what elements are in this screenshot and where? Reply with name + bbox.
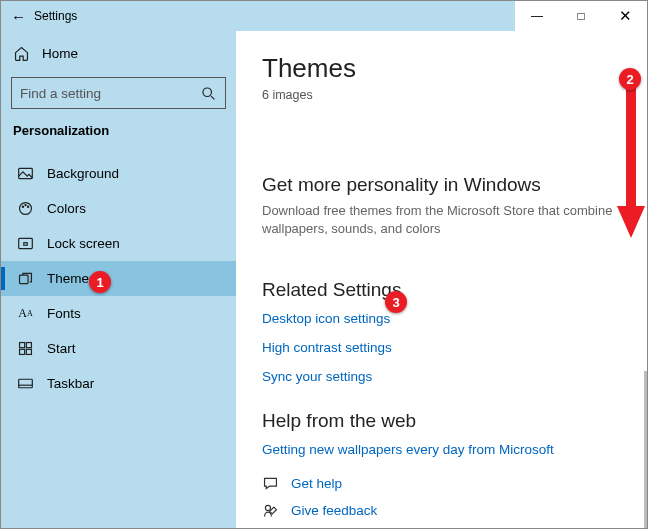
- svg-rect-10: [26, 343, 31, 348]
- svg-point-0: [203, 87, 212, 96]
- svg-point-14: [265, 505, 270, 510]
- get-help-row[interactable]: Get help: [262, 475, 621, 492]
- page-title: Themes: [262, 53, 621, 84]
- home-button[interactable]: Home: [11, 38, 226, 69]
- lock-icon: [17, 235, 34, 252]
- scrollbar[interactable]: [644, 371, 647, 528]
- annotation-badge-3: 3: [385, 291, 407, 313]
- give-feedback-row[interactable]: Give feedback: [262, 502, 621, 519]
- link-sync-settings[interactable]: Sync your settings: [262, 369, 621, 384]
- main-content: Themes 6 images Get more personality in …: [236, 31, 647, 528]
- svg-point-3: [22, 206, 23, 207]
- home-icon: [13, 45, 30, 62]
- get-help-label: Get help: [291, 476, 342, 491]
- chat-icon: [262, 475, 279, 492]
- search-input[interactable]: Find a setting: [11, 77, 226, 109]
- svg-rect-13: [19, 379, 33, 388]
- svg-point-4: [25, 205, 26, 206]
- more-heading: Get more personality in Windows: [262, 174, 621, 196]
- sidebar-item-label: Lock screen: [47, 236, 120, 251]
- minimize-button[interactable]: —: [515, 1, 559, 31]
- palette-icon: [17, 200, 34, 217]
- sidebar-item-lockscreen[interactable]: Lock screen: [1, 226, 236, 261]
- sidebar-item-colors[interactable]: Colors: [1, 191, 236, 226]
- link-help-wallpapers[interactable]: Getting new wallpapers every day from Mi…: [262, 442, 621, 457]
- svg-rect-12: [26, 349, 31, 354]
- svg-rect-9: [20, 343, 25, 348]
- feedback-icon: [262, 502, 279, 519]
- related-heading: Related Settings: [262, 279, 621, 301]
- svg-point-5: [27, 206, 28, 207]
- svg-rect-8: [20, 275, 29, 284]
- sidebar-item-themes[interactable]: Themes: [1, 261, 236, 296]
- category-heading: Personalization: [11, 123, 226, 138]
- window-title: Settings: [34, 9, 77, 23]
- help-heading: Help from the web: [262, 410, 621, 432]
- close-button[interactable]: ✕: [603, 1, 647, 31]
- picture-icon: [17, 165, 34, 182]
- link-high-contrast[interactable]: High contrast settings: [262, 340, 621, 355]
- svg-marker-16: [617, 206, 645, 238]
- sidebar-item-background[interactable]: Background: [1, 156, 236, 191]
- sidebar: Home Find a setting Personalization Back…: [1, 31, 236, 528]
- start-icon: [17, 340, 34, 357]
- sidebar-item-fonts[interactable]: AA Fonts: [1, 296, 236, 331]
- sidebar-item-start[interactable]: Start: [1, 331, 236, 366]
- titlebar: ← Settings — □ ✕: [1, 1, 647, 31]
- link-desktop-icon-settings[interactable]: Desktop icon settings: [262, 311, 621, 326]
- taskbar-icon: [17, 375, 34, 392]
- more-desc: Download free themes from the Microsoft …: [262, 202, 621, 237]
- sidebar-item-taskbar[interactable]: Taskbar: [1, 366, 236, 401]
- search-placeholder: Find a setting: [20, 86, 101, 101]
- back-icon: ←: [11, 8, 26, 25]
- themes-icon: [17, 270, 34, 287]
- sidebar-item-label: Start: [47, 341, 76, 356]
- sidebar-item-label: Background: [47, 166, 119, 181]
- sidebar-item-label: Colors: [47, 201, 86, 216]
- home-label: Home: [42, 46, 78, 61]
- annotation-badge-2: 2: [619, 68, 641, 90]
- sidebar-item-label: Taskbar: [47, 376, 94, 391]
- svg-rect-11: [20, 349, 25, 354]
- svg-rect-6: [19, 238, 33, 248]
- maximize-button[interactable]: □: [559, 1, 603, 31]
- give-feedback-label: Give feedback: [291, 503, 377, 518]
- sidebar-item-label: Fonts: [47, 306, 81, 321]
- fonts-icon: AA: [17, 305, 34, 322]
- annotation-badge-1: 1: [89, 271, 111, 293]
- search-icon: [200, 85, 217, 102]
- page-subtitle: 6 images: [262, 88, 621, 102]
- svg-rect-7: [24, 243, 27, 246]
- annotation-arrow: [617, 86, 645, 241]
